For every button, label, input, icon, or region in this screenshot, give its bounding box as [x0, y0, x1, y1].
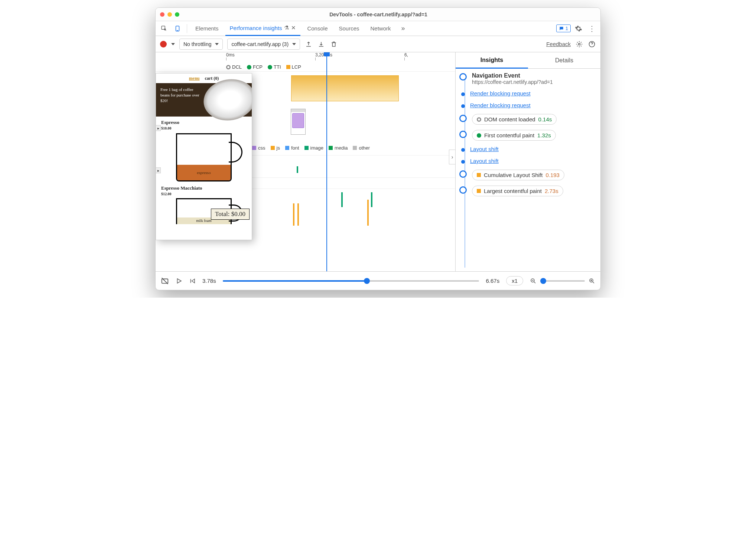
tab-network[interactable]: Network [366, 21, 395, 36]
tab-details[interactable]: Details [528, 52, 600, 69]
more-tabs-icon[interactable]: » [398, 23, 409, 34]
rewind-icon[interactable] [189, 278, 196, 284]
bullet-icon [459, 73, 467, 81]
kebab-icon[interactable]: ⋮ [586, 23, 597, 34]
zoom-in-icon[interactable] [589, 278, 595, 284]
event-cls[interactable]: Cumulative Layout Shift 0.193 [459, 170, 595, 180]
bullet-icon [459, 115, 467, 122]
request-bar[interactable] [297, 166, 298, 173]
metric-chip: First contentful paint 1.32s [472, 130, 556, 141]
screenshot-preview: menu cart (0) Free 1 bag of coffee beans… [156, 73, 252, 240]
fullscreen-icon[interactable] [175, 12, 179, 17]
request-bar[interactable] [293, 203, 294, 226]
svg-point-3 [579, 43, 580, 45]
page-select[interactable]: coffee-cart.netlify.app (3) [227, 39, 300, 50]
preview-total: Total: $0.00 [211, 209, 250, 220]
playback-footer: 3.78s 6.67s x1 [156, 271, 600, 290]
event-link[interactable]: Render blocking request [470, 102, 531, 108]
titlebar: DevTools - coffee-cart.netlify.app/?ad=1 [156, 8, 600, 21]
close-icon[interactable] [160, 12, 164, 17]
resource-legend: css js font image media other [252, 145, 370, 151]
tab-performance-insights[interactable]: Performance insights ⚗ ✕ [225, 21, 301, 36]
event-link[interactable]: Layout shift [470, 158, 499, 164]
device-toggle-icon[interactable] [172, 23, 183, 34]
screenshot-toggle-icon[interactable] [161, 277, 169, 285]
download-icon[interactable] [317, 40, 325, 48]
request-bar[interactable] [341, 192, 343, 207]
track-toggle[interactable]: ▸ [156, 167, 161, 173]
preview-hero: Free 1 bag of coffee beans for purchase … [156, 83, 252, 117]
window-title: DevTools - coffee-cart.netlify.app/?ad=1 [179, 12, 577, 17]
bullet-small-icon [461, 104, 465, 108]
page-select-value: coffee-cart.netlify.app (3) [231, 41, 289, 47]
close-tab-icon[interactable]: ✕ [291, 24, 296, 31]
throttle-select[interactable]: No throttling [179, 39, 223, 50]
tab-sources[interactable]: Sources [334, 21, 364, 36]
scrubber[interactable] [223, 280, 479, 282]
upload-icon[interactable] [304, 40, 313, 48]
issues-badge[interactable]: 1 [556, 24, 571, 32]
record-button[interactable] [160, 41, 167, 48]
svg-line-8 [534, 282, 535, 283]
preview-item: Espresso $10.00 espresso [156, 117, 252, 181]
square-icon [329, 146, 333, 150]
event-title: Navigation Event [472, 72, 595, 79]
timeline-pane: 0ms 3,200ms 6, DCL FCP TTI LCP css [156, 52, 456, 271]
insights-timeline[interactable]: Navigation Event https://coffee-cart.net… [456, 69, 600, 271]
tab-elements[interactable]: Elements [191, 21, 223, 36]
speed-pill[interactable]: x1 [506, 276, 523, 285]
event-link[interactable]: Render blocking request [470, 90, 531, 96]
main-thread-span[interactable] [291, 75, 399, 101]
network-tracks[interactable] [226, 155, 455, 271]
request-bar[interactable] [371, 192, 372, 207]
filmstrip-frame[interactable] [291, 109, 306, 135]
help-icon[interactable] [588, 40, 596, 48]
event-fcp[interactable]: First contentful paint 1.32s [459, 130, 595, 141]
current-time: 3.78s [202, 278, 216, 284]
event-lcp[interactable]: Largest contentful paint 2.73s [459, 186, 595, 196]
ring-icon [477, 117, 481, 122]
marker-dcl: DCL [226, 64, 242, 70]
request-bar[interactable] [297, 203, 299, 226]
event-link[interactable]: Layout shift [470, 146, 499, 152]
event-render-blocking[interactable]: Render blocking request [459, 90, 595, 97]
mug-icon: espresso [176, 133, 232, 181]
square-icon [252, 146, 256, 150]
gear-icon[interactable] [573, 23, 584, 34]
metric-value: 0.14s [538, 116, 552, 122]
minimize-icon[interactable] [167, 12, 172, 17]
time-tick: 6, [404, 52, 408, 58]
event-navigation[interactable]: Navigation Event https://coffee-cart.net… [459, 72, 595, 85]
tab-insights[interactable]: Insights [456, 52, 528, 69]
devtools-window: DevTools - coffee-cart.netlify.app/?ad=1… [155, 7, 601, 290]
metric-chip: Largest contentful paint 2.73s [472, 186, 563, 196]
timeline-ruler[interactable]: 0ms 3,200ms 6, DCL FCP TTI LCP [156, 52, 455, 72]
dot-icon [247, 65, 251, 69]
request-bar[interactable] [367, 200, 369, 226]
bullet-icon [459, 131, 467, 138]
square-icon [271, 146, 275, 150]
track-toggle[interactable]: ▸ [156, 125, 161, 131]
main-split: 0ms 3,200ms 6, DCL FCP TTI LCP css [156, 52, 600, 271]
time-tick: 0ms [226, 52, 235, 58]
tab-console[interactable]: Console [303, 21, 332, 36]
playhead[interactable] [326, 52, 327, 271]
zoom-out-icon[interactable] [530, 278, 537, 284]
trash-icon[interactable] [330, 40, 338, 48]
zoom-slider[interactable] [540, 280, 585, 282]
record-menu-icon[interactable] [171, 43, 175, 45]
bullet-small-icon [461, 160, 465, 164]
feedback-link[interactable]: Feedback [546, 41, 571, 47]
marker-lcp: LCP [286, 64, 301, 70]
panel-settings-icon[interactable] [575, 40, 583, 48]
dot-icon [477, 133, 481, 138]
play-icon[interactable] [176, 278, 182, 284]
event-layout-shift[interactable]: Layout shift [459, 158, 595, 164]
event-layout-shift[interactable]: Layout shift [459, 146, 595, 153]
expand-right-icon[interactable]: › [449, 150, 456, 164]
event-render-blocking[interactable]: Render blocking request [459, 102, 595, 109]
inspect-icon[interactable] [159, 23, 170, 34]
event-dcl[interactable]: DOM content loaded 0.14s [459, 114, 595, 125]
metric-value: 2.73s [545, 188, 558, 194]
square-icon [353, 146, 357, 150]
